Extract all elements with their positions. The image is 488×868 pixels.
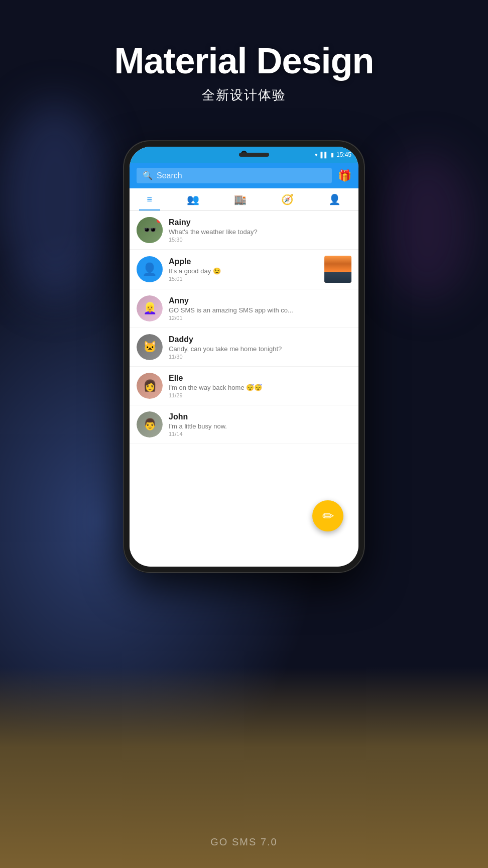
gift-icon[interactable]: 🎁 [338,169,351,182]
screen-content: 🔍 Search 🎁 ≡ 👥 🏬 [130,163,358,567]
message-preview: I'm on the way back home 😴😴 [169,384,351,391]
bg-blur-left [0,100,110,301]
message-preview: What's the weather like today? [169,228,351,236]
face-anny: 👱‍♀️ [137,295,163,321]
search-placeholder: Search [157,171,182,180]
avatar-john: 👨 [137,411,163,438]
avatar-apple: 👤 [137,256,163,282]
list-item[interactable]: 👨 John I'm a little busy now. 11/14 [130,405,358,444]
bridge-image [324,256,351,283]
phone-wrapper: ▾ ▌▌ ▮ 15:45 🔍 Search 🎁 [124,141,364,573]
list-item[interactable]: 🐱 Daddy Candy, can you take me home toni… [130,328,358,367]
phone-outer: ▾ ▌▌ ▮ 15:45 🔍 Search 🎁 [124,141,364,573]
message-time: 11/14 [169,431,351,437]
search-input-area[interactable]: 🔍 Search [137,168,332,183]
message-time: 15:30 [169,237,351,243]
contact-name: John [169,412,351,421]
tab-messages[interactable]: ≡ [139,192,161,207]
face-elle: 👩 [137,373,163,399]
notification-dot [157,218,162,223]
search-icon: 🔍 [143,171,153,180]
tab-store[interactable]: 🏬 [226,191,255,207]
message-content-john: John I'm a little busy now. 11/14 [169,412,351,437]
wifi-icon: ▾ [315,152,318,158]
message-preview: I'm a little busy now. [169,422,351,430]
message-time: 15:01 [169,276,318,282]
contact-name: Rainy [169,218,351,227]
contact-name: Elle [169,374,351,383]
tab-discover[interactable]: 🧭 [273,191,302,207]
face-john: 👨 [137,411,163,438]
status-icons: ▾ ▌▌ ▮ 15:45 [315,151,351,158]
contact-name: Anny [169,296,351,305]
message-preview: Candy, can you take me home tonight? [169,345,351,353]
phone-screen: ▾ ▌▌ ▮ 15:45 🔍 Search 🎁 [130,147,358,567]
avatar-daddy: 🐱 [137,334,163,360]
bottom-label: GO SMS 7.0 [0,836,488,848]
message-content-apple: Apple It's a good day 😉 15:01 [169,257,318,282]
discover-icon: 🧭 [281,193,294,205]
avatar-rainy: 🕶️ [137,217,163,243]
compose-fab[interactable]: ✏ [312,500,343,531]
search-bar[interactable]: 🔍 Search 🎁 [130,163,358,188]
compose-icon: ✏ [322,508,334,524]
tab-profile[interactable]: 👤 [320,191,349,207]
message-time: 11/29 [169,392,351,398]
message-content-daddy: Daddy Candy, can you take me home tonigh… [169,335,351,360]
avatar-anny: 👱‍♀️ [137,295,163,321]
message-time: 11/30 [169,354,351,360]
battery-icon: ▮ [331,152,334,158]
message-content-rainy: Rainy What's the weather like today? 15:… [169,218,351,243]
message-content-elle: Elle I'm on the way back home 😴😴 11/29 [169,374,351,398]
status-time: 15:45 [336,151,351,158]
message-time: 12/01 [169,315,351,321]
title-area: Material Design 全新设计体验 [0,40,488,104]
phone-speaker [239,153,269,157]
contact-name: Daddy [169,335,351,344]
signal-icon: ▌▌ [320,152,328,158]
sub-title: 全新设计体验 [0,86,488,104]
tab-contacts[interactable]: 👥 [179,191,207,207]
tab-navigation: ≡ 👥 🏬 🧭 👤 [130,188,358,211]
contacts-icon: 👥 [187,193,199,205]
person-icon: 👤 [142,262,157,276]
profile-icon: 👤 [328,193,341,205]
messages-icon: ≡ [147,194,153,205]
list-item[interactable]: 👱‍♀️ Anny GO SMS is an amazing SMS app w… [130,289,358,328]
list-item[interactable]: 🕶️ Rainy What's the weather like today? … [130,211,358,250]
message-thumbnail [324,256,351,283]
message-preview: GO SMS is an amazing SMS app with co... [169,306,351,314]
message-content-anny: Anny GO SMS is an amazing SMS app with c… [169,296,351,321]
bg-blur-right [383,151,473,301]
list-item[interactable]: 👩 Elle I'm on the way back home 😴😴 11/29 [130,367,358,405]
list-item[interactable]: 👤 Apple It's a good day 😉 15:01 [130,250,358,289]
message-preview: It's a good day 😉 [169,267,318,275]
avatar-elle: 👩 [137,373,163,399]
main-title: Material Design [0,40,488,81]
contact-name: Apple [169,257,318,266]
store-icon: 🏬 [234,193,247,205]
face-daddy: 🐱 [137,334,163,360]
